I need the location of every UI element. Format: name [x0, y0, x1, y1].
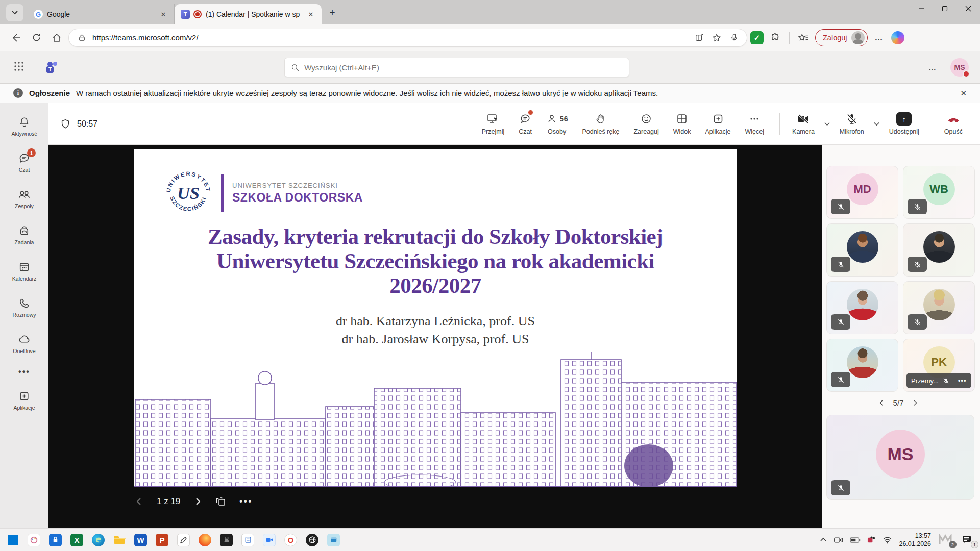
store-icon[interactable]	[49, 534, 62, 546]
browser-settings-dots-icon[interactable]: …	[871, 29, 888, 46]
tab-google[interactable]: G Google ✕	[28, 4, 175, 24]
pager-next-icon[interactable]	[912, 399, 918, 406]
sidebar-item-teams[interactable]: Zespoły	[0, 181, 48, 217]
globe-browser-icon[interactable]	[306, 534, 318, 546]
edge-icon[interactable]	[92, 534, 105, 546]
teams-sidebar: Aktywność 1 Czat Zespoły Zadania Kalenda…	[0, 103, 48, 528]
leave-button[interactable]: Opuść	[939, 109, 968, 138]
thumbnails-icon[interactable]	[215, 496, 226, 507]
sidebar-item-onedrive[interactable]: OneDrive	[0, 325, 48, 362]
sidebar-more-icon[interactable]: •••	[18, 362, 30, 382]
react-button[interactable]: Zareaguj	[628, 109, 664, 138]
m-logo-tray-icon[interactable]: 2	[938, 533, 953, 546]
banner-close-icon[interactable]: ✕	[960, 89, 967, 98]
notification-center-icon[interactable]: 1	[960, 533, 975, 546]
sidebar-item-tasks[interactable]: Zadania	[0, 217, 48, 253]
excel-icon[interactable]: X	[70, 534, 83, 546]
hidden-icons-chevron[interactable]	[820, 536, 827, 543]
participant-more-icon[interactable]: •••	[958, 377, 967, 384]
meeting-actions: Przejmij Czat 56 Osoby Podnieś rękę Zare…	[477, 109, 769, 138]
participant-tile-pk[interactable]: PK Przemy... •••	[903, 339, 975, 392]
minimize-button[interactable]	[910, 0, 933, 17]
meeting-chat-button[interactable]: Czat	[513, 109, 537, 138]
checkmark-extension-icon[interactable]: ✓	[750, 31, 764, 44]
back-button[interactable]	[7, 29, 24, 46]
tab-close-icon[interactable]: ✕	[158, 9, 169, 20]
microphone-button[interactable]: Mikrofon	[835, 109, 869, 138]
pager-previous-icon[interactable]	[878, 399, 885, 406]
split-screen-icon[interactable]	[693, 31, 706, 44]
teams-tray-icon[interactable]	[867, 536, 876, 544]
view-button[interactable]: Widok	[668, 109, 696, 138]
tab-close-icon[interactable]: ✕	[305, 9, 316, 20]
mic-options-chevron[interactable]	[873, 120, 880, 127]
lock-icon[interactable]	[75, 31, 88, 44]
powerpoint-icon[interactable]: P	[156, 534, 168, 546]
refresh-button[interactable]	[28, 29, 45, 46]
app-launcher-waffle-icon[interactable]	[13, 61, 24, 72]
opera-icon[interactable]: O	[284, 534, 297, 546]
blue-window-app-icon[interactable]	[327, 534, 340, 546]
notes-app-icon[interactable]	[241, 534, 254, 546]
share-button[interactable]: ↑ Udostępnij	[884, 109, 924, 138]
slide-more-options-icon[interactable]: •••	[239, 497, 253, 506]
takeover-button[interactable]: Przejmij	[477, 109, 509, 138]
meeting-apps-button[interactable]: Aplikacje	[700, 109, 736, 138]
paint-icon[interactable]	[28, 534, 40, 546]
close-window-button[interactable]	[957, 0, 980, 17]
pen-app-icon[interactable]	[177, 534, 190, 546]
tab-teams-calendar[interactable]: T (1) Calendar | Spotkanie w sp ✕	[175, 4, 322, 24]
participant-photo-avatar	[847, 231, 878, 263]
teams-more-options-icon[interactable]: …	[928, 63, 937, 72]
next-slide-icon[interactable]	[193, 497, 202, 506]
participant-tile[interactable]	[826, 223, 898, 277]
participant-tile[interactable]	[903, 281, 975, 334]
url-text[interactable]: https://teams.microsoft.com/v2/	[92, 33, 689, 42]
wifi-icon[interactable]	[883, 536, 892, 544]
info-icon: i	[13, 88, 23, 98]
camera-options-chevron[interactable]	[824, 120, 830, 127]
favorites-bar-icon[interactable]	[795, 29, 812, 46]
camera-button[interactable]: Kamera	[787, 109, 820, 138]
maximize-button[interactable]	[933, 0, 957, 17]
sidebar-item-apps[interactable]: Aplikacje	[0, 382, 48, 418]
participant-tile[interactable]	[903, 223, 975, 277]
people-button[interactable]: 56 Osoby	[541, 109, 573, 138]
copilot-icon[interactable]	[891, 31, 904, 44]
battery-icon[interactable]	[850, 537, 861, 543]
search-input[interactable]	[304, 63, 623, 72]
address-bar[interactable]: https://teams.microsoft.com/v2/	[68, 29, 747, 47]
voice-search-icon[interactable]	[727, 31, 741, 44]
sidebar-item-activity[interactable]: Aktywność	[0, 108, 48, 144]
file-explorer-icon[interactable]	[113, 534, 126, 545]
sidebar-item-calls[interactable]: Rozmowy	[0, 289, 48, 325]
participant-tile[interactable]: WB	[903, 166, 975, 219]
sidebar-item-calendar[interactable]: Kalendarz	[0, 253, 48, 289]
sign-in-button[interactable]: Zaloguj	[815, 29, 868, 46]
windows-start-icon[interactable]	[7, 534, 19, 546]
favorite-star-icon[interactable]	[710, 31, 723, 44]
raise-hand-button[interactable]: Podnieś rękę	[577, 109, 624, 138]
dark-app-icon[interactable]	[220, 534, 233, 546]
teams-search-bar[interactable]	[284, 58, 629, 77]
camera-in-use-icon[interactable]	[834, 536, 843, 544]
taskbar-clock[interactable]: 13:57 26.01.2026	[899, 532, 931, 548]
previous-slide-icon[interactable]	[135, 497, 143, 506]
participant-photo-avatar	[847, 346, 878, 378]
camera-app-icon[interactable]	[263, 534, 276, 546]
home-button[interactable]	[48, 29, 65, 46]
participant-tile[interactable]	[826, 339, 898, 392]
sidebar-item-chat[interactable]: 1 Czat	[0, 144, 48, 181]
shield-icon[interactable]	[60, 118, 71, 130]
new-tab-button[interactable]: +	[325, 5, 340, 20]
tab-search-button[interactable]	[6, 4, 23, 21]
firefox-icon[interactable]	[199, 534, 211, 546]
participant-tile[interactable]: MD	[826, 166, 898, 219]
presence-busy-dot	[963, 70, 970, 78]
teams-user-avatar[interactable]: MS	[950, 58, 969, 77]
self-video-tile[interactable]: MS	[826, 415, 974, 500]
participant-tile[interactable]	[826, 281, 898, 334]
word-icon[interactable]: W	[134, 534, 147, 546]
extensions-puzzle-icon[interactable]	[767, 29, 784, 46]
more-actions-button[interactable]: Więcej	[740, 109, 770, 138]
